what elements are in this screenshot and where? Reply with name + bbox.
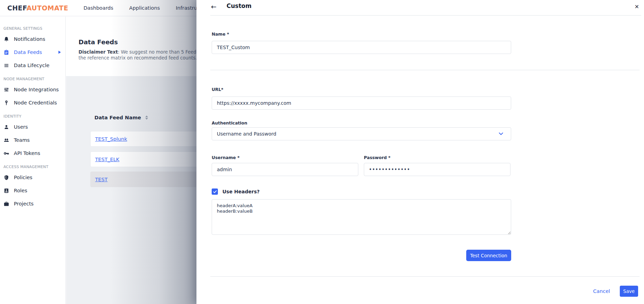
use-headers-checkbox[interactable] bbox=[212, 188, 218, 195]
clipboard-icon bbox=[3, 49, 9, 55]
url-field-label: URL* bbox=[212, 87, 223, 92]
sidebar-item-label: Node Integrations bbox=[14, 87, 59, 92]
people-icon bbox=[3, 137, 9, 143]
sidebar-item-node-credentials[interactable]: Node Credentials bbox=[0, 96, 65, 109]
sidebar-heading-access-management: ACCESS MANAGEMENT bbox=[0, 160, 65, 171]
sort-icon[interactable] bbox=[145, 116, 148, 120]
checkmark-icon bbox=[213, 190, 217, 193]
panel-header: ← Custom ✕ bbox=[196, 0, 644, 16]
sidebar-item-label: Node Credentials bbox=[14, 100, 57, 105]
disclaimer-line2: the reference matrix on recommended feed… bbox=[79, 55, 200, 61]
sidebar-item-label: Roles bbox=[14, 188, 27, 193]
sidebar-item-label: Data Lifecycle bbox=[14, 63, 49, 68]
sidebar-item-notifications[interactable]: Notifications bbox=[0, 33, 65, 46]
column-header-data-feed-name[interactable]: Data Feed Name bbox=[94, 115, 148, 120]
feed-link-test-splunk[interactable]: TEST_Splunk bbox=[95, 136, 127, 142]
panel-title: Custom bbox=[227, 2, 251, 9]
back-arrow-icon[interactable]: ← bbox=[211, 2, 217, 11]
sidebar-item-label: Projects bbox=[14, 201, 34, 206]
cancel-button[interactable]: Cancel bbox=[593, 288, 610, 294]
person-icon bbox=[3, 124, 9, 130]
nav-item-dashboards[interactable]: Dashboards bbox=[83, 5, 113, 11]
sliders-icon bbox=[3, 86, 9, 93]
chevron-right-icon bbox=[58, 50, 61, 54]
sidebar-item-label: Notifications bbox=[14, 36, 45, 42]
panel-footer: Cancel Save bbox=[593, 286, 638, 297]
username-field-label: Username * bbox=[212, 155, 240, 160]
sidebar-heading-node-management: NODE MANAGEMENT bbox=[0, 72, 65, 83]
briefcase-icon bbox=[3, 201, 9, 207]
sidebar-item-node-integrations[interactable]: Node Integrations bbox=[0, 83, 65, 96]
column-header-label: Data Feed Name bbox=[94, 115, 141, 120]
badge-icon bbox=[3, 187, 9, 194]
sidebar-item-label: Data Feeds bbox=[14, 49, 42, 55]
shield-icon bbox=[3, 174, 9, 181]
bell-icon bbox=[3, 36, 9, 42]
url-input[interactable] bbox=[212, 96, 511, 110]
use-headers-label: Use Headers? bbox=[222, 189, 260, 194]
disclaimer-text: Disclaimer Text: We suggest no more than… bbox=[79, 49, 200, 61]
key-icon bbox=[3, 150, 9, 156]
username-input[interactable] bbox=[212, 163, 358, 176]
logo-chef-text: CHEF bbox=[7, 4, 27, 12]
sidebar-item-projects[interactable]: Projects bbox=[0, 197, 65, 210]
test-connection-button[interactable]: Test Connection bbox=[466, 250, 511, 261]
sidebar-item-users[interactable]: Users bbox=[0, 120, 65, 133]
save-button[interactable]: Save bbox=[620, 286, 638, 297]
sidebar-heading-general-settings: GENERAL SETTINGS bbox=[0, 21, 65, 33]
page-title: Data Feeds bbox=[79, 38, 118, 46]
footer-divider bbox=[210, 276, 640, 277]
sidebar-item-label: Users bbox=[14, 124, 28, 130]
name-input[interactable] bbox=[212, 41, 511, 54]
custom-feed-panel: ← Custom ✕ Name * URL* Authentication Us… bbox=[196, 0, 644, 304]
sidebar-item-teams[interactable]: Teams bbox=[0, 133, 65, 147]
name-field-label: Name * bbox=[212, 32, 229, 37]
sidebar-item-label: Teams bbox=[14, 137, 30, 143]
sidebar-item-data-lifecycle[interactable]: Data Lifecycle bbox=[0, 59, 65, 72]
sidebar-item-data-feeds[interactable]: Data Feeds bbox=[0, 46, 65, 59]
navbar-menu: Dashboards Applications Infrastructure bbox=[83, 5, 210, 11]
use-headers-checkbox-row[interactable]: Use Headers? bbox=[212, 188, 260, 195]
key-vertical-icon bbox=[3, 100, 9, 106]
authentication-selected-value: Username and Password bbox=[217, 131, 499, 137]
nav-item-applications[interactable]: Applications bbox=[129, 5, 160, 11]
disclaimer-label: Disclaimer Text bbox=[79, 49, 118, 55]
sidebar-item-roles[interactable]: Roles bbox=[0, 184, 65, 197]
settings-sidebar: GENERAL SETTINGS Notifications Data Feed… bbox=[0, 17, 66, 304]
sidebar-item-label: Policies bbox=[14, 175, 33, 180]
list-icon bbox=[3, 62, 9, 68]
close-icon[interactable]: ✕ bbox=[635, 2, 639, 11]
feed-link-test[interactable]: TEST bbox=[95, 177, 108, 182]
authentication-select[interactable]: Username and Password bbox=[212, 127, 511, 140]
authentication-field-label: Authentication bbox=[212, 121, 247, 126]
sidebar-heading-identity: IDENTITY bbox=[0, 109, 65, 120]
section-divider bbox=[210, 70, 640, 70]
header-divider bbox=[210, 15, 641, 16]
app-window: CHEFAUTOMATE Dashboards Applications Inf… bbox=[0, 0, 644, 304]
password-field-label: Password * bbox=[364, 155, 390, 160]
feed-link-test-elk[interactable]: TEST_ELK bbox=[95, 157, 119, 162]
sidebar-item-api-tokens[interactable]: API Tokens bbox=[0, 147, 65, 160]
chef-automate-logo[interactable]: CHEFAUTOMATE bbox=[7, 4, 68, 12]
sidebar-item-label: API Tokens bbox=[14, 150, 40, 156]
headers-textarea[interactable]: headerA:valueA headerB:valueB bbox=[212, 199, 511, 235]
sidebar-item-policies[interactable]: Policies bbox=[0, 171, 65, 184]
password-input[interactable] bbox=[364, 163, 510, 176]
logo-automate-text: AUTOMATE bbox=[27, 4, 68, 12]
disclaimer-line1: : We suggest no more than 5 Feeds, d bbox=[118, 49, 200, 55]
chevron-down-icon bbox=[499, 132, 503, 135]
